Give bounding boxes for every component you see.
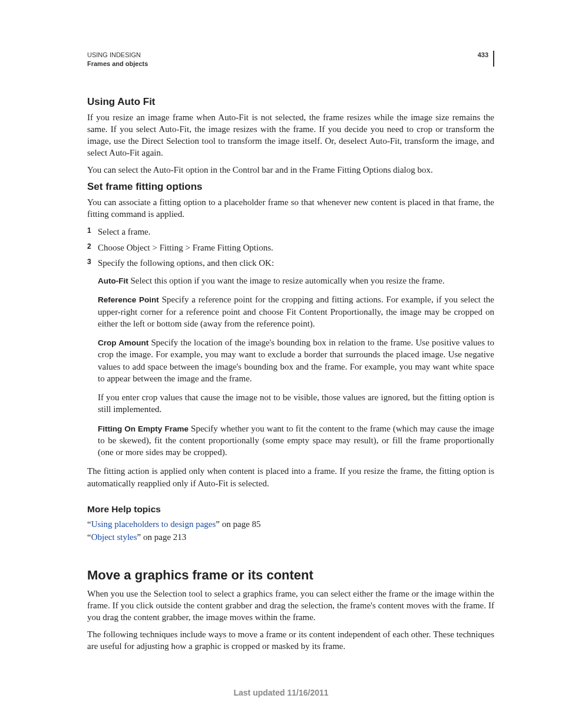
quote-open: “ [87, 532, 91, 542]
step-item: Choose Object > Fitting > Frame Fitting … [87, 242, 494, 253]
paragraph: The following techniques include ways to… [87, 628, 494, 653]
running-header-left: USING INDESIGN Frames and objects [87, 51, 148, 68]
body-content: Using Auto Fit If you resize an image fr… [87, 95, 494, 652]
option-crop-note: If you enter crop values that cause the … [98, 391, 494, 416]
term-label: Auto-Fit [98, 276, 128, 285]
option-auto-fit: Auto-Fit Select this option if you want … [98, 275, 494, 286]
step-text: Specify the following options, and then … [98, 258, 274, 268]
running-header: USING INDESIGN Frames and objects 433 [87, 51, 494, 68]
step-item: Specify the following options, and then … [87, 257, 494, 269]
paragraph: If you resize an image frame when Auto-F… [87, 111, 494, 159]
paragraph: When you use the Selection tool to selec… [87, 588, 494, 624]
paragraph: You can associate a fitting option to a … [87, 196, 494, 220]
term-label: Reference Point [98, 295, 159, 304]
heading-more-help: More Help topics [87, 503, 494, 516]
link-tail: on page 85 [220, 519, 261, 529]
option-reference-point: Reference Point Specify a reference poin… [98, 294, 494, 330]
option-fitting-empty: Fitting On Empty Frame Specify whether y… [98, 423, 494, 459]
steps-list: Select a frame. Choose Object > Fitting … [87, 226, 494, 269]
more-help-topics: More Help topics “Using placeholders to … [87, 503, 494, 543]
step-item: Select a frame. [87, 226, 494, 238]
paragraph: The fitting action is applied only when … [87, 465, 494, 489]
quote-open: “ [87, 519, 91, 529]
link-placeholders[interactable]: Using placeholders to design pages [91, 519, 216, 529]
link-tail: on page 213 [141, 532, 186, 542]
help-link-line: “Object styles” on page 213 [87, 531, 494, 543]
option-crop-amount: Crop Amount Specify the location of the … [98, 337, 494, 384]
term-label: Fitting On Empty Frame [98, 424, 189, 433]
step-text: Choose Object > Fitting > Frame Fitting … [98, 243, 273, 252]
page-number: 433 [478, 51, 494, 67]
term-label: Crop Amount [98, 338, 148, 347]
page: USING INDESIGN Frames and objects 433 Us… [0, 0, 562, 728]
help-link-line: “Using placeholders to design pages” on … [87, 518, 494, 530]
quote-close: ” [216, 519, 220, 529]
footer-last-updated: Last updated 11/16/2011 [0, 688, 562, 697]
heading-move-graphics-frame: Move a graphics frame or its content [87, 566, 494, 584]
heading-set-frame-fitting: Set frame fitting options [87, 180, 494, 194]
term-desc: Select this option if you want the image… [128, 276, 445, 285]
options-block: Auto-Fit Select this option if you want … [87, 275, 494, 458]
heading-using-auto-fit: Using Auto Fit [87, 95, 494, 109]
chapter-title: Frames and objects [87, 60, 148, 68]
paragraph: You can select the Auto-Fit option in th… [87, 164, 494, 176]
doc-title: USING INDESIGN [87, 51, 148, 60]
step-text: Select a frame. [98, 227, 151, 236]
term-desc: Specify the location of the image's boun… [98, 338, 494, 383]
link-object-styles[interactable]: Object styles [91, 532, 137, 542]
